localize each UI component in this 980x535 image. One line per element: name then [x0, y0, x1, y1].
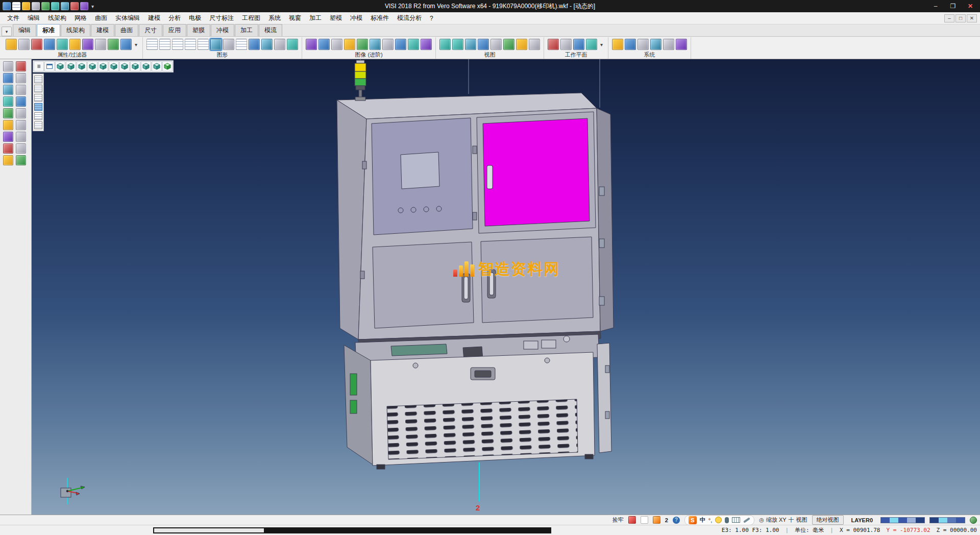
tab-wireframe[interactable]: 线架构 [61, 24, 90, 36]
control-screen[interactable] [401, 152, 439, 189]
zoom-target-icon[interactable]: ◎ [759, 517, 764, 523]
new-file-icon[interactable] [12, 2, 20, 10]
ime-settings-icon[interactable] [743, 517, 750, 523]
doc-minimize-button[interactable]: – [944, 14, 954, 22]
match-properties-icon[interactable] [18, 39, 30, 50]
export-icon[interactable] [51, 2, 59, 10]
gallery-icon[interactable] [318, 39, 330, 50]
select-icon[interactable] [3, 61, 13, 71]
snap-flag-icon[interactable] [628, 516, 636, 524]
menu-help[interactable]: ? [426, 13, 437, 23]
layer-manager-icon[interactable] [69, 39, 81, 50]
shaded-mode-icon[interactable] [210, 39, 222, 50]
previous-view-icon[interactable] [287, 39, 298, 50]
paint-bucket-icon[interactable] [16, 155, 26, 165]
move-icon[interactable] [3, 85, 13, 95]
properties-dropdown-icon[interactable]: ▾ [133, 42, 139, 47]
view-front-icon[interactable] [491, 39, 502, 50]
print-icon[interactable] [61, 2, 69, 10]
undo-icon[interactable] [70, 2, 79, 10]
sync-status-icon[interactable] [970, 517, 977, 524]
tab-mold[interactable]: 塑膜 [187, 24, 210, 36]
redo-icon[interactable] [80, 2, 88, 10]
hidden-line-icon[interactable] [236, 39, 247, 50]
menu-mesh[interactable]: 网格 [70, 12, 91, 24]
workplane-3point-icon[interactable] [560, 39, 572, 50]
doc-restore-button[interactable]: □ [955, 14, 966, 22]
trim-icon[interactable] [16, 108, 26, 118]
menu-flow-analysis[interactable]: 模流分析 [393, 12, 426, 24]
scrollbar-thumb[interactable] [154, 528, 264, 532]
dimension-icon[interactable] [16, 120, 26, 130]
tab-flow[interactable]: 模流 [259, 24, 282, 36]
pan-icon[interactable] [274, 39, 285, 50]
absolute-view-button[interactable]: 绝对视图 [812, 515, 844, 525]
screenshot-icon[interactable] [421, 39, 432, 50]
hatch-icon[interactable] [3, 155, 13, 165]
workplane-view-icon[interactable] [573, 39, 584, 50]
light-icon[interactable] [370, 39, 381, 50]
menu-die[interactable]: 冲模 [346, 12, 366, 24]
zoom-window-icon[interactable] [3, 73, 13, 83]
help-icon[interactable]: ? [673, 517, 680, 524]
crosshair-icon[interactable]: 十 [789, 516, 794, 524]
arc-icon[interactable] [3, 143, 13, 154]
viewport-canvas[interactable]: 2 [32, 59, 980, 515]
save-icon[interactable] [32, 2, 40, 10]
rotate-icon[interactable] [3, 96, 13, 107]
note-icon[interactable] [641, 516, 648, 524]
current-layer-label[interactable]: LAYER0 [848, 517, 876, 524]
wireframe-mode-icon[interactable] [223, 39, 234, 50]
3d-viewport[interactable]: ≡ [32, 59, 980, 515]
zoom-window-icon[interactable] [261, 39, 273, 50]
window-layout-icon-5[interactable] [198, 39, 209, 50]
zoom-out-icon[interactable] [465, 39, 476, 50]
menu-solid-edit[interactable]: 实体编辑 [111, 12, 144, 24]
zoom-xy-label[interactable]: 缩放 XY [766, 516, 787, 524]
window-layout-icon-4[interactable] [185, 39, 196, 50]
menu-window[interactable]: 视窗 [285, 12, 305, 24]
shadow-icon[interactable] [382, 39, 394, 50]
keyboard-icon[interactable] [732, 517, 740, 523]
material-icon[interactable] [357, 39, 368, 50]
workplane-xy-icon[interactable] [548, 39, 559, 50]
door-handle[interactable] [487, 165, 493, 189]
lock-icon[interactable] [120, 39, 132, 50]
door-handle[interactable] [464, 277, 468, 299]
tab-dimension[interactable]: 尺寸 [139, 24, 162, 36]
workplane-entity-icon[interactable] [586, 39, 597, 50]
tab-application[interactable]: 应用 [163, 24, 186, 36]
linetype-icon[interactable] [95, 39, 106, 50]
tab-surface[interactable]: 曲面 [115, 24, 138, 36]
tab-modeling[interactable]: 建模 [91, 24, 114, 36]
video-icon[interactable] [331, 39, 342, 50]
menu-analysis[interactable]: 分析 [164, 12, 185, 24]
deselect-icon[interactable] [16, 61, 26, 71]
selection-filter-icon[interactable] [57, 39, 68, 50]
view-label[interactable]: 视图 [796, 516, 807, 524]
filter-icon[interactable] [44, 39, 55, 50]
menu-drawing[interactable]: 工程图 [238, 12, 264, 24]
menu-file[interactable]: 文件 [3, 12, 23, 24]
tab-dropdown-icon[interactable]: ▾ [2, 27, 12, 36]
background-icon[interactable] [395, 39, 406, 50]
close-button[interactable]: ✕ [962, 1, 979, 12]
import-icon[interactable] [41, 2, 50, 10]
ime-punct-toggle[interactable]: °, [708, 517, 712, 523]
perspective-icon[interactable] [676, 39, 687, 50]
ime-mode-toggle[interactable]: 中 [700, 516, 705, 524]
mid-right-door[interactable] [481, 237, 593, 323]
mid-left-door[interactable] [373, 242, 474, 328]
copy-icon[interactable] [16, 85, 26, 95]
menu-machining[interactable]: 加工 [305, 12, 326, 24]
window-layout-icon-3[interactable] [172, 39, 183, 50]
open-file-icon[interactable] [22, 2, 30, 10]
zoom-in-icon[interactable] [452, 39, 463, 50]
base-handle[interactable] [475, 371, 491, 377]
tab-die[interactable]: 冲模 [211, 24, 234, 36]
menu-dimension[interactable]: 尺寸标注 [205, 12, 238, 24]
zoom-extents-icon[interactable] [478, 39, 489, 50]
tab-edit[interactable]: 编辑 [13, 24, 36, 36]
layer-color-bar-2[interactable] [929, 517, 965, 523]
ime-logo-icon[interactable]: S [689, 516, 697, 524]
